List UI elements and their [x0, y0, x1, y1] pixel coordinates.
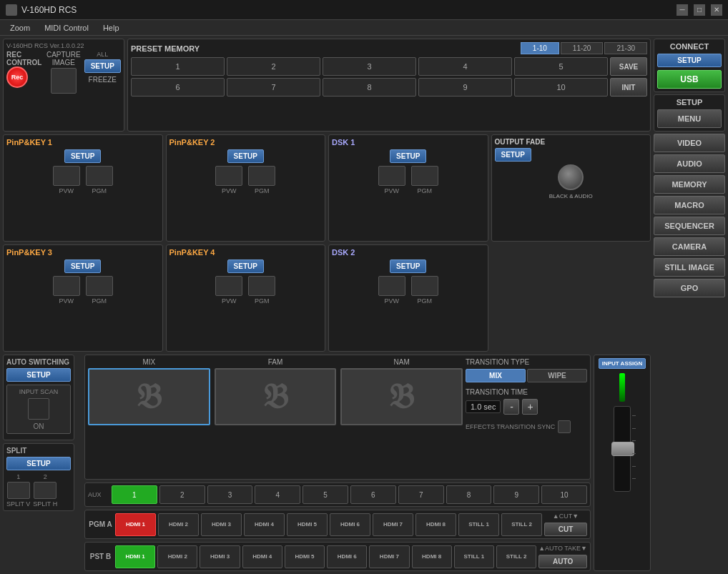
dsk-1-setup[interactable]: SETUP — [390, 149, 426, 163]
pinp-key-3-setup[interactable]: SETUP — [64, 259, 101, 273]
dsk-2-setup[interactable]: SETUP — [390, 259, 426, 273]
preset-tab-11-20[interactable]: 11-20 — [561, 42, 604, 54]
pst-btn-10[interactable]: STILL 2 — [496, 545, 536, 568]
dsk-1-pgm-thumb[interactable] — [411, 166, 438, 186]
pst-btn-4[interactable]: HDMI 4 — [242, 545, 282, 568]
split-h-button[interactable] — [34, 482, 56, 499]
menu-midi-control[interactable]: MIDI Control — [37, 22, 96, 34]
auto-switching-setup[interactable]: SETUP — [6, 368, 71, 382]
save-button[interactable]: SAVE — [610, 57, 647, 76]
pst-btn-9[interactable]: STILL 1 — [454, 545, 494, 568]
macro-button[interactable]: MACRO — [654, 196, 725, 214]
aux-btn-2[interactable]: 2 — [159, 485, 205, 504]
aux-btn-6[interactable]: 6 — [350, 485, 396, 504]
preset-tab-21-30[interactable]: 21-30 — [604, 42, 647, 54]
rec-button[interactable]: Rec — [6, 66, 28, 88]
aux-btn-5[interactable]: 5 — [302, 485, 348, 504]
aux-btn-9[interactable]: 9 — [493, 485, 539, 504]
pinp-key-2-setup[interactable]: SETUP — [227, 149, 264, 163]
pinp-key-4-setup[interactable]: SETUP — [227, 259, 264, 273]
auto-button[interactable]: AUTO — [538, 555, 587, 568]
mix-preview[interactable]: 𝔅 — [88, 368, 210, 425]
pgm-btn-8[interactable]: HDMI 8 — [415, 513, 456, 536]
fade-knob[interactable] — [558, 164, 584, 190]
pinp-key-2-pgm-thumb[interactable] — [248, 166, 275, 186]
menu-zoom[interactable]: Zoom — [3, 22, 37, 34]
camera-button[interactable]: CAMERA — [654, 237, 725, 256]
memory-button[interactable]: MEMORY — [654, 175, 725, 194]
output-fade-setup[interactable]: SETUP — [495, 148, 531, 162]
preset-btn-9[interactable]: 9 — [418, 78, 512, 97]
preset-btn-8[interactable]: 8 — [323, 78, 416, 97]
pgm-btn-2[interactable]: HDMI 2 — [158, 513, 199, 536]
pgm-btn-5[interactable]: HDMI 5 — [287, 513, 328, 536]
minimize-button[interactable]: ─ — [677, 4, 688, 16]
close-button[interactable]: ✕ — [711, 4, 722, 16]
init-button[interactable]: INIT — [610, 78, 647, 97]
split-v-button[interactable] — [7, 482, 30, 499]
aux-btn-3[interactable]: 3 — [207, 485, 253, 504]
wipe-type-button[interactable]: WIPE — [527, 369, 587, 382]
preset-btn-7[interactable]: 7 — [227, 78, 320, 97]
pst-btn-8[interactable]: HDMI 8 — [412, 545, 452, 568]
dsk-2-pvw-thumb[interactable] — [378, 276, 405, 296]
pinp-key-1-setup[interactable]: SETUP — [64, 149, 101, 163]
connect-setup-button[interactable]: SETUP — [657, 54, 722, 67]
pst-btn-5[interactable]: HDMI 5 — [285, 545, 325, 568]
menu-help[interactable]: Help — [96, 22, 127, 34]
pst-btn-3[interactable]: HDMI 3 — [200, 545, 240, 568]
preset-tab-1-10[interactable]: 1-10 — [521, 42, 559, 54]
aux-btn-4[interactable]: 4 — [255, 485, 300, 504]
pinp-key-4-pvw-thumb[interactable] — [215, 276, 242, 296]
time-plus-button[interactable]: + — [522, 399, 538, 415]
preset-btn-10[interactable]: 10 — [514, 78, 608, 97]
pgm-btn-6[interactable]: HDMI 6 — [330, 513, 370, 536]
nam-preview[interactable]: 𝔅 — [340, 368, 463, 425]
pgm-btn-7[interactable]: HDMI 7 — [373, 513, 413, 536]
pgm-btn-3[interactable]: HDMI 3 — [201, 513, 242, 536]
preset-btn-3[interactable]: 3 — [323, 57, 416, 76]
fader-handle[interactable] — [611, 442, 634, 456]
pst-btn-1[interactable]: HDMI 1 — [115, 545, 155, 568]
pgm-btn-10[interactable]: STILL 2 — [501, 513, 542, 536]
pst-btn-6[interactable]: HDMI 6 — [327, 545, 367, 568]
pst-btn-7[interactable]: HDMI 7 — [369, 545, 409, 568]
audio-button[interactable]: AUDIO — [654, 154, 725, 173]
dsk-1-pvw-thumb[interactable] — [378, 166, 405, 186]
pst-btn-2[interactable]: HDMI 2 — [157, 545, 197, 568]
fader-track[interactable] — [614, 406, 631, 492]
aux-btn-1[interactable]: 1 — [112, 485, 157, 504]
sequencer-button[interactable]: SEQUENCER — [654, 217, 725, 235]
preset-btn-2[interactable]: 2 — [227, 57, 320, 76]
maximize-button[interactable]: □ — [694, 4, 705, 16]
split-setup[interactable]: SETUP — [6, 457, 71, 470]
video-button[interactable]: VIDEO — [654, 134, 725, 152]
time-minus-button[interactable]: - — [503, 399, 519, 415]
pinp-key-2-pvw-thumb[interactable] — [215, 166, 242, 186]
mix-type-button[interactable]: MIX — [466, 369, 526, 382]
preset-btn-4[interactable]: 4 — [418, 57, 512, 76]
pgm-btn-4[interactable]: HDMI 4 — [244, 513, 285, 536]
dsk-2-pgm-thumb[interactable] — [411, 276, 438, 296]
still-image-button[interactable]: STILL IMAGE — [654, 258, 725, 277]
pinp-key-4-pgm-thumb[interactable] — [248, 276, 275, 296]
aux-btn-8[interactable]: 8 — [446, 485, 492, 504]
usb-button[interactable]: USB — [657, 70, 722, 89]
effects-sync-checkbox[interactable] — [558, 420, 571, 433]
aux-btn-7[interactable]: 7 — [398, 485, 444, 504]
gpo-button[interactable]: GPO — [654, 279, 725, 297]
pgm-btn-1[interactable]: HDMI 1 — [115, 513, 156, 536]
aux-btn-10[interactable]: 10 — [541, 485, 587, 504]
cut-button[interactable]: CUT — [544, 523, 587, 536]
rec-setup-button[interactable]: SETUP — [84, 59, 121, 73]
fam-preview[interactable]: 𝔅 — [215, 368, 337, 425]
pinp-key-3-pvw-thumb[interactable] — [53, 276, 80, 296]
preset-btn-6[interactable]: 6 — [131, 78, 225, 97]
input-assign-button[interactable]: INPUT ASSIGN — [599, 358, 646, 369]
menu-button[interactable]: MENU — [657, 109, 722, 128]
pinp-key-1-pvw-thumb[interactable] — [53, 166, 80, 186]
pinp-key-3-pgm-thumb[interactable] — [86, 276, 113, 296]
pinp-key-1-pgm-thumb[interactable] — [86, 166, 113, 186]
preset-btn-1[interactable]: 1 — [131, 57, 225, 76]
pgm-btn-9[interactable]: STILL 1 — [458, 513, 499, 536]
